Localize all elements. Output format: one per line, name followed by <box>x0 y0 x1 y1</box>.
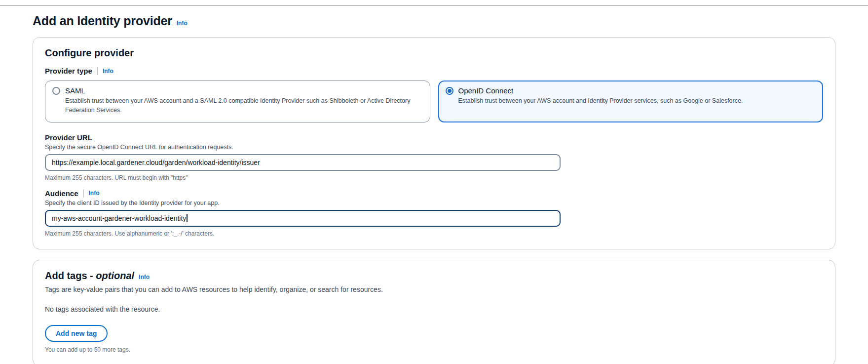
audience-input-value: my-aws-account-gardener-workload-identit… <box>52 214 186 222</box>
tile-saml-description: Establish trust between your AWS account… <box>65 96 423 116</box>
add-tags-card: Add tags - optional Info Tags are key-va… <box>33 260 835 364</box>
radio-selected-icon[interactable] <box>446 87 453 95</box>
tile-saml[interactable]: SAML Establish trust between your AWS ac… <box>45 81 430 122</box>
tile-saml-head: SAML <box>52 86 423 95</box>
tile-openid-title: OpenID Connect <box>458 86 514 95</box>
main-content: Add an Identity provider Info Configure … <box>0 14 868 364</box>
configure-provider-card: Configure provider Provider type Info SA… <box>33 37 835 249</box>
page-title: Add an Identity provider <box>33 14 172 28</box>
tags-limit-note: You can add up to 50 more tags. <box>45 346 823 353</box>
top-divider <box>0 5 868 6</box>
provider-url-label: Provider URL <box>45 133 823 142</box>
tile-openid-description: Establish trust between your AWS account… <box>458 96 816 106</box>
provider-url-input[interactable] <box>45 154 561 171</box>
add-tags-heading-row: Add tags - optional Info <box>45 270 823 282</box>
add-tags-heading-prefix: Add tags - <box>45 270 96 281</box>
page-title-info-link[interactable]: Info <box>177 20 188 27</box>
audience-description: Specify the client ID issued by the Iden… <box>45 200 823 206</box>
text-cursor <box>187 214 188 222</box>
tile-openid-connect[interactable]: OpenID Connect Establish trust between y… <box>438 81 824 122</box>
radio-unselected-icon[interactable] <box>52 87 60 95</box>
audience-input[interactable]: my-aws-account-gardener-workload-identit… <box>45 210 561 227</box>
provider-url-field: Provider URL Specify the secure OpenID C… <box>45 133 823 181</box>
audience-label-row: Audience Info <box>45 189 823 198</box>
label-divider <box>83 189 84 197</box>
provider-type-label: Provider type <box>45 67 92 75</box>
audience-label: Audience <box>45 189 78 198</box>
audience-field: Audience Info Specify the client ID issu… <box>45 189 823 237</box>
page-header: Add an Identity provider Info <box>33 14 835 28</box>
provider-url-description: Specify the secure OpenID Connect URL fo… <box>45 144 823 151</box>
add-tags-heading-optional: optional <box>96 270 134 281</box>
provider-type-label-row: Provider type Info <box>45 67 823 75</box>
add-tags-info-link[interactable]: Info <box>139 274 150 281</box>
audience-constraint: Maximum 255 characters. Use alphanumeric… <box>45 230 823 237</box>
audience-info-link[interactable]: Info <box>89 190 100 197</box>
tile-saml-title: SAML <box>65 86 85 95</box>
provider-type-tiles: SAML Establish trust between your AWS ac… <box>45 81 823 122</box>
label-divider <box>97 67 98 75</box>
add-tags-heading: Add tags - optional <box>45 270 134 282</box>
provider-type-info-link[interactable]: Info <box>103 68 113 75</box>
add-new-tag-button[interactable]: Add new tag <box>45 325 108 342</box>
provider-url-constraint: Maximum 255 characters. URL must begin w… <box>45 174 823 181</box>
tile-openid-head: OpenID Connect <box>446 86 816 95</box>
add-tags-description: Tags are key-value pairs that you can ad… <box>45 285 823 293</box>
no-tags-message: No tags associated with the resource. <box>45 305 823 313</box>
configure-provider-heading: Configure provider <box>45 47 823 59</box>
